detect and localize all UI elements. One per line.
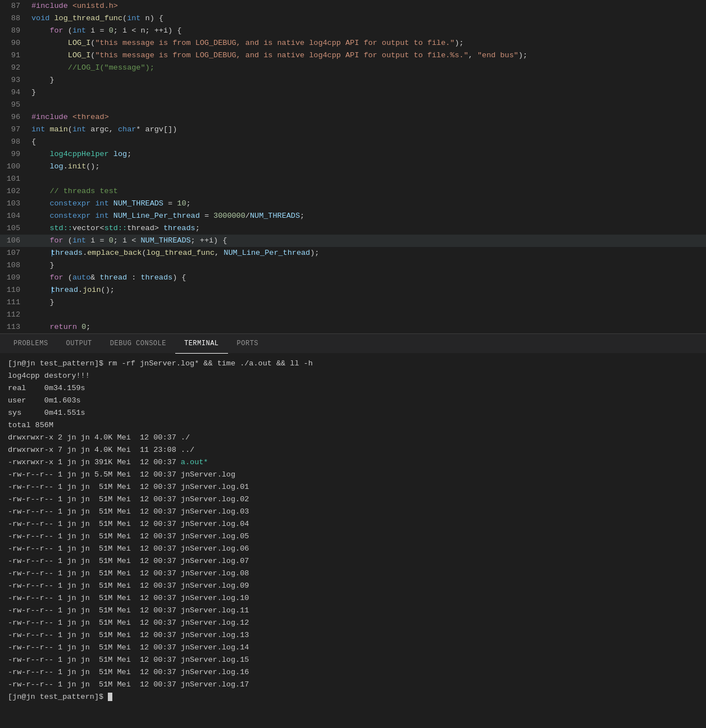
line-content: for (int i = 0; i < n; ++i) { (29, 25, 706, 37)
line-number: 97 (0, 123, 29, 136)
terminal-line: sys 0m41.551s (8, 407, 698, 419)
code-line: 102 // threads test (0, 185, 706, 198)
terminal-line: -rw-r--r-- 1 jn jn 5.5M Mei 12 00:37 jnS… (8, 469, 698, 481)
line-content: log.init(); (29, 161, 706, 173)
code-line: 101 (0, 173, 706, 185)
line-content: constexpr int NUM_THREADS = 10; (29, 198, 706, 210)
line-content: } (29, 296, 706, 309)
terminal-line: -rw-r--r-- 1 jn jn 51M Mei 12 00:37 jnSe… (8, 654, 698, 666)
line-number: 103 (0, 198, 29, 210)
line-content: return 0; (29, 321, 706, 333)
code-line: 107 | threads.emplace_back(log_thread_fu… (0, 247, 706, 259)
line-number: 88 (0, 12, 29, 25)
terminal-line: real 0m34.159s (8, 382, 698, 395)
code-line: 88void log_thread_func(int n) { (0, 12, 706, 25)
terminal-line: -rw-r--r-- 1 jn jn 51M Mei 12 00:37 jnSe… (8, 481, 698, 493)
line-number: 102 (0, 185, 29, 198)
line-number: 95 (0, 99, 29, 111)
code-line: 100 log.init(); (0, 161, 706, 173)
code-line: 110 | thread.join(); (0, 284, 706, 296)
line-content: LOG_I("this message is from LOG_DEBUG, a… (29, 49, 706, 62)
panel-tab-terminal[interactable]: TERMINAL (175, 334, 228, 354)
terminal-line: -rw-r--r-- 1 jn jn 51M Mei 12 00:37 jnSe… (8, 543, 698, 555)
line-content: for (int i = 0; i < NUM_THREADS; ++i) { (29, 235, 706, 247)
code-line: 87#include <unistd.h> (0, 0, 706, 12)
terminal-line: -rw-r--r-- 1 jn jn 51M Mei 12 00:37 jnSe… (8, 567, 698, 580)
line-content: | thread.join(); (29, 284, 706, 296)
line-number: 111 (0, 296, 29, 309)
terminal-line: -rw-r--r-- 1 jn jn 51M Mei 12 00:37 jnSe… (8, 580, 698, 592)
code-line: 93 } (0, 74, 706, 86)
line-content: //LOG_I("message"); (29, 62, 706, 74)
code-line: 99 log4cppHelper log; (0, 148, 706, 161)
line-number: 93 (0, 74, 29, 86)
line-content: for (auto& thread : threads) { (29, 272, 706, 284)
line-content: void log_thread_func(int n) { (29, 12, 706, 25)
code-line: 98{ (0, 136, 706, 148)
panel-tabs-bar: PROBLEMSOUTPUTDEBUG CONSOLETERMINALPORTS (0, 333, 706, 353)
line-number: 100 (0, 161, 29, 173)
terminal-line: -rwxrwxr-x 1 jn jn 391K Mei 12 00:37 a.o… (8, 456, 698, 469)
terminal-line: drwxrwxr-x 2 jn jn 4.0K Mei 12 00:37 ./ (8, 432, 698, 444)
line-content: } (29, 86, 706, 99)
code-line: 96#include <thread> (0, 111, 706, 123)
line-content: } (29, 259, 706, 272)
line-number: 108 (0, 259, 29, 272)
terminal-line: -rw-r--r-- 1 jn jn 51M Mei 12 00:37 jnSe… (8, 679, 698, 691)
code-line: 103 constexpr int NUM_THREADS = 10; (0, 198, 706, 210)
line-number: 106 (0, 235, 29, 247)
panel-tab-ports[interactable]: PORTS (228, 334, 268, 354)
terminal-line: -rw-r--r-- 1 jn jn 51M Mei 12 00:37 jnSe… (8, 592, 698, 605)
line-content: int main(int argc, char* argv[]) (29, 123, 706, 136)
code-line: 104 constexpr int NUM_Line_Per_thread = … (0, 210, 706, 222)
code-line: 111 } (0, 296, 706, 309)
terminal-line: user 0m1.603s (8, 395, 698, 407)
line-content: } (29, 74, 706, 86)
panel-tab-debug-console[interactable]: DEBUG CONSOLE (101, 334, 175, 354)
line-number: 87 (0, 0, 29, 12)
line-number: 113 (0, 321, 29, 333)
terminal-line: drwxrwxr-x 7 jn jn 4.0K Mei 11 23:08 ../ (8, 444, 698, 456)
terminal-line: -rw-r--r-- 1 jn jn 51M Mei 12 00:37 jnSe… (8, 555, 698, 567)
terminal-line: -rw-r--r-- 1 jn jn 51M Mei 12 00:37 jnSe… (8, 493, 698, 506)
terminal-line: -rw-r--r-- 1 jn jn 51M Mei 12 00:37 jnSe… (8, 629, 698, 642)
terminal-cursor (108, 693, 112, 701)
line-number: 109 (0, 272, 29, 284)
code-line: 94} (0, 86, 706, 99)
line-content: // threads test (29, 185, 706, 198)
panel-tab-output[interactable]: OUTPUT (57, 334, 101, 354)
line-number: 101 (0, 173, 29, 185)
code-line: 91 LOG_I("this message is from LOG_DEBUG… (0, 49, 706, 62)
line-number: 98 (0, 136, 29, 148)
code-line: 106 for (int i = 0; i < NUM_THREADS; ++i… (0, 235, 706, 247)
panel-tab-problems[interactable]: PROBLEMS (4, 334, 57, 354)
line-content: std::vector<std::thread> threads; (29, 222, 706, 235)
terminal-line: -rw-r--r-- 1 jn jn 51M Mei 12 00:37 jnSe… (8, 506, 698, 518)
code-line: 113 return 0; (0, 321, 706, 333)
line-number: 94 (0, 86, 29, 99)
line-number: 110 (0, 284, 29, 296)
line-content: #include <unistd.h> (29, 0, 706, 12)
code-line: 112 (0, 309, 706, 321)
line-content: constexpr int NUM_Line_Per_thread = 3000… (29, 210, 706, 222)
terminal-area[interactable]: [jn@jn test_pattern]$ rm -rf jnServer.lo… (0, 353, 706, 708)
line-number: 89 (0, 25, 29, 37)
line-number: 91 (0, 49, 29, 62)
line-number: 104 (0, 210, 29, 222)
terminal-line: -rw-r--r-- 1 jn jn 51M Mei 12 00:37 jnSe… (8, 617, 698, 629)
code-line: 97int main(int argc, char* argv[]) (0, 123, 706, 136)
line-number: 96 (0, 111, 29, 123)
line-number: 99 (0, 148, 29, 161)
code-line: 105 std::vector<std::thread> threads; (0, 222, 706, 235)
code-line: 90 LOG_I("this message is from LOG_DEBUG… (0, 37, 706, 49)
code-line: 95 (0, 99, 706, 111)
terminal-line: -rw-r--r-- 1 jn jn 51M Mei 12 00:37 jnSe… (8, 530, 698, 543)
code-line: 92 //LOG_I("message"); (0, 62, 706, 74)
line-content: #include <thread> (29, 111, 706, 123)
code-line: 108 } (0, 259, 706, 272)
terminal-line: total 856M (8, 419, 698, 432)
line-number: 107 (0, 247, 29, 259)
line-number: 90 (0, 37, 29, 49)
line-content: | threads.emplace_back(log_thread_func, … (29, 247, 706, 259)
line-number: 92 (0, 62, 29, 74)
